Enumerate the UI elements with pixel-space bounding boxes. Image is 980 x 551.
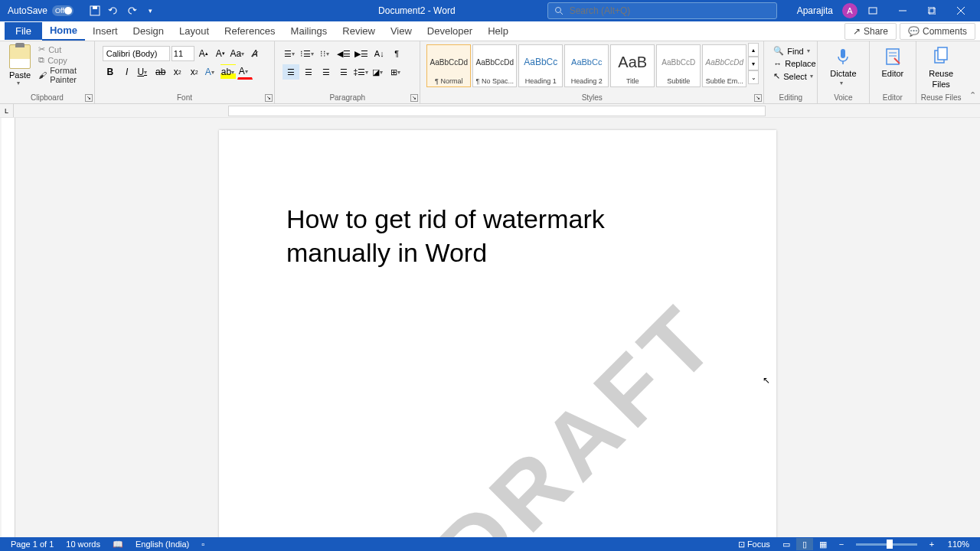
italic-button[interactable]: I <box>119 64 135 80</box>
borders-button[interactable]: ⊞▾ <box>388 64 405 80</box>
macro-status-icon[interactable]: ▫ <box>195 540 211 549</box>
style-item-subtitle[interactable]: AaBbCcDSubtitle <box>656 44 701 87</box>
style-item-subtle-em-[interactable]: AaBbCcDdSubtle Em... <box>702 44 746 87</box>
tab-references[interactable]: References <box>217 22 283 40</box>
styles-dialog-launcher[interactable]: ↘ <box>754 94 762 102</box>
style-item-heading-2[interactable]: AaBbCcHeading 2 <box>564 44 609 87</box>
tab-developer[interactable]: Developer <box>420 22 480 40</box>
font-name-select[interactable] <box>103 46 170 61</box>
strikethrough-button[interactable]: ab <box>153 64 168 80</box>
word-count[interactable]: 10 words <box>60 540 106 549</box>
save-icon[interactable] <box>89 5 101 17</box>
user-avatar[interactable]: A <box>842 3 858 18</box>
undo-icon[interactable] <box>107 5 119 17</box>
tab-review[interactable]: Review <box>335 22 383 40</box>
close-button[interactable] <box>946 0 975 21</box>
share-button[interactable]: ↗Share <box>844 23 897 40</box>
style-item-heading-1[interactable]: AaBbCcHeading 1 <box>518 44 563 87</box>
line-spacing-button[interactable]: ‡☰▾ <box>353 64 370 80</box>
text-effects-button[interactable]: A▾ <box>204 64 219 80</box>
reuse-files-button[interactable]: Reuse Files <box>921 43 961 92</box>
cut-button[interactable]: ✂Cut <box>38 44 87 54</box>
redo-icon[interactable] <box>126 5 138 17</box>
multilevel-list-button[interactable]: ⁝⁝▾ <box>318 46 335 61</box>
decrease-indent-button[interactable]: ◀☰ <box>335 46 352 61</box>
horizontal-ruler[interactable] <box>228 106 766 116</box>
font-dialog-launcher[interactable]: ↘ <box>265 94 273 102</box>
font-color-button[interactable]: A▾ <box>237 64 253 80</box>
tab-insert[interactable]: Insert <box>85 22 126 40</box>
bold-button[interactable]: B <box>103 64 118 80</box>
change-case-button[interactable]: Aa▾ <box>230 46 245 61</box>
zoom-level[interactable]: 110% <box>942 540 975 549</box>
print-layout-button[interactable]: ▯ <box>796 538 813 550</box>
style-item--no-spac-[interactable]: AaBbCcDd¶ No Spac... <box>472 44 517 87</box>
format-painter-button[interactable]: 🖌Format Painter <box>38 66 87 84</box>
vertical-ruler[interactable] <box>2 118 15 537</box>
align-left-button[interactable]: ☰ <box>283 64 299 80</box>
numbering-button[interactable]: ⁝☰▾ <box>300 46 317 61</box>
minimize-button[interactable] <box>888 0 917 21</box>
clipboard-dialog-launcher[interactable]: ↘ <box>85 94 93 102</box>
comments-button[interactable]: 💬Comments <box>900 23 975 40</box>
document-text[interactable]: How to get rid of watermark manually in … <box>286 202 709 269</box>
style-item--normal[interactable]: AaBbCcDd¶ Normal <box>426 44 471 87</box>
autosave-control[interactable]: AutoSave Off <box>0 5 81 16</box>
user-name[interactable]: Aparajita <box>797 5 833 16</box>
search-input[interactable] <box>570 5 770 16</box>
zoom-out-button[interactable]: − <box>833 538 850 550</box>
clear-formatting-button[interactable]: A̷ <box>247 46 262 61</box>
qat-customize-icon[interactable]: ▾ <box>144 5 156 17</box>
maximize-button[interactable] <box>917 0 946 21</box>
align-center-button[interactable]: ☰ <box>300 64 317 80</box>
select-button[interactable]: ↖Select▾ <box>770 70 811 83</box>
ribbon-display-icon[interactable] <box>867 5 879 17</box>
language-status[interactable]: English (India) <box>129 540 195 549</box>
bullets-button[interactable]: ☰▾ <box>283 46 299 61</box>
document-scroll[interactable]: DRAFT How to get rid of watermark manual… <box>15 118 980 537</box>
page[interactable]: DRAFT How to get rid of watermark manual… <box>219 130 776 537</box>
tab-file[interactable]: File <box>5 22 42 40</box>
ruler-corner[interactable]: L <box>0 104 14 117</box>
increase-indent-button[interactable]: ▶☰ <box>353 46 370 61</box>
grow-font-button[interactable]: A▴ <box>196 46 211 61</box>
zoom-in-button[interactable]: + <box>923 538 940 550</box>
zoom-thumb[interactable] <box>887 540 893 549</box>
paragraph-dialog-launcher[interactable]: ↘ <box>410 94 418 102</box>
replace-button[interactable]: ↔Replace <box>770 57 811 70</box>
spell-check-icon[interactable]: 📖 <box>106 540 129 549</box>
web-layout-button[interactable]: ▦ <box>815 538 831 550</box>
highlight-button[interactable]: ab▾ <box>220 64 236 80</box>
style-item-title[interactable]: AaBTitle <box>610 44 655 87</box>
find-button[interactable]: 🔍Find▾ <box>770 44 811 57</box>
font-size-select[interactable] <box>172 46 194 61</box>
show-hide-button[interactable]: ¶ <box>388 46 405 61</box>
dictate-button[interactable]: Dictate ▾ <box>822 43 864 90</box>
read-mode-button[interactable]: ▭ <box>778 538 795 550</box>
superscript-button[interactable]: x2 <box>187 64 202 80</box>
tab-layout[interactable]: Layout <box>172 22 217 40</box>
styles-more-button[interactable]: ⌄ <box>748 70 759 84</box>
subscript-button[interactable]: x2 <box>170 64 185 80</box>
sort-button[interactable]: A↓ <box>371 46 387 61</box>
autosave-toggle[interactable]: Off <box>52 5 74 16</box>
styles-scroll-up[interactable]: ▴ <box>748 43 759 57</box>
copy-button[interactable]: ⧉Copy <box>38 55 87 65</box>
search-box[interactable] <box>547 2 777 19</box>
tab-home[interactable]: Home <box>42 21 85 41</box>
page-status[interactable]: Page 1 of 1 <box>5 540 60 549</box>
collapse-ribbon-icon[interactable]: ⌃ <box>969 90 976 100</box>
tab-view[interactable]: View <box>383 22 420 40</box>
shading-button[interactable]: ◪▾ <box>371 64 387 80</box>
tab-mailings[interactable]: Mailings <box>283 22 335 40</box>
styles-scroll-down[interactable]: ▾ <box>748 57 759 70</box>
editor-button[interactable]: Editor <box>874 43 912 81</box>
underline-button[interactable]: U▾ <box>136 64 152 80</box>
shrink-font-button[interactable]: A▾ <box>213 46 228 61</box>
focus-mode-button[interactable]: ⊡ Focus <box>732 540 776 549</box>
zoom-slider[interactable] <box>856 543 917 546</box>
tab-design[interactable]: Design <box>126 22 172 40</box>
align-right-button[interactable]: ☰ <box>318 64 335 80</box>
justify-button[interactable]: ☰ <box>335 64 352 80</box>
tab-help[interactable]: Help <box>480 22 516 40</box>
